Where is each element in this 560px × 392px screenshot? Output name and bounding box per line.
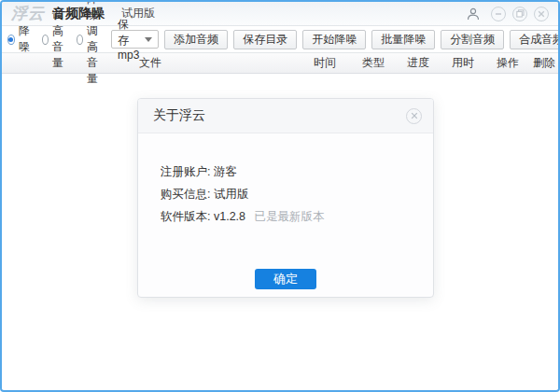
toolbar: 降噪 调高音量 降噪调高音量 保存mp3 添加音频 保存目录 开始降噪 批量降噪… bbox=[2, 26, 558, 53]
version-note: 已是最新版本 bbox=[255, 210, 325, 223]
merge-audio-button[interactable]: 合成音频 bbox=[510, 30, 560, 49]
ok-button[interactable]: 确定 bbox=[255, 269, 316, 289]
radio-circle-icon bbox=[77, 35, 83, 45]
file-table-header: 文件 时间 类型 进度 用时 操作 删除 bbox=[2, 53, 558, 74]
app-window: 浮云 音频降噪 试用版 bbox=[0, 0, 560, 392]
radio-label: 降噪调高音量 bbox=[87, 0, 102, 87]
radio-denoise[interactable]: 降噪 bbox=[7, 23, 33, 55]
maximize-button[interactable] bbox=[512, 7, 527, 21]
start-denoise-button[interactable]: 开始降噪 bbox=[302, 30, 366, 49]
column-header-delete: 删除 bbox=[530, 55, 558, 71]
dialog-close-icon[interactable] bbox=[406, 108, 422, 124]
purchase-label: 购买信息: bbox=[161, 188, 210, 201]
mode-radio-group: 降噪 调高音量 降噪调高音量 bbox=[7, 0, 102, 87]
column-header-time: 时间 bbox=[299, 55, 351, 71]
split-audio-button[interactable]: 分割音频 bbox=[441, 30, 504, 49]
column-header-elapsed: 用时 bbox=[441, 55, 485, 71]
column-header-operation: 操作 bbox=[485, 55, 530, 71]
account-value: 游客 bbox=[214, 165, 237, 178]
version-value: v1.2.8 bbox=[214, 210, 245, 223]
column-header-file: 文件 bbox=[2, 55, 299, 71]
user-icon[interactable] bbox=[466, 7, 481, 21]
radio-circle-icon bbox=[42, 35, 49, 45]
version-row: 软件版本: v1.2.8 已是最新版本 bbox=[161, 208, 433, 225]
add-audio-button[interactable]: 添加音频 bbox=[164, 30, 228, 49]
dropdown-caret-icon bbox=[145, 37, 152, 42]
version-label: 软件版本: bbox=[161, 210, 210, 223]
purchase-value: 试用版 bbox=[214, 188, 249, 201]
column-header-type: 类型 bbox=[351, 55, 396, 71]
account-row: 注册账户: 游客 bbox=[161, 163, 433, 180]
save-directory-button[interactable]: 保存目录 bbox=[233, 30, 297, 49]
batch-denoise-button[interactable]: 批量降噪 bbox=[371, 30, 435, 49]
dialog-header: 关于浮云 bbox=[138, 99, 433, 133]
dialog-body: 注册账户: 游客 购买信息: 试用版 软件版本: v1.2.8 已是最新版本 bbox=[138, 133, 433, 225]
radio-circle-icon bbox=[7, 35, 15, 45]
column-header-progress: 进度 bbox=[396, 55, 441, 71]
purchase-row: 购买信息: 试用版 bbox=[161, 186, 433, 203]
about-dialog: 关于浮云 注册账户: 游客 购买信息: 试用版 软件版本: v1.2.8 已是最… bbox=[137, 98, 434, 298]
dialog-title: 关于浮云 bbox=[153, 107, 205, 124]
minimize-button[interactable] bbox=[491, 7, 506, 21]
dialog-footer: 确定 bbox=[138, 269, 433, 289]
account-label: 注册账户: bbox=[161, 165, 210, 178]
radio-label: 降噪 bbox=[19, 23, 33, 55]
window-controls bbox=[466, 7, 549, 21]
save-format-select[interactable]: 保存mp3 bbox=[111, 30, 159, 49]
close-button[interactable] bbox=[534, 7, 549, 21]
radio-denoise-volume-up[interactable]: 降噪调高音量 bbox=[77, 0, 102, 87]
